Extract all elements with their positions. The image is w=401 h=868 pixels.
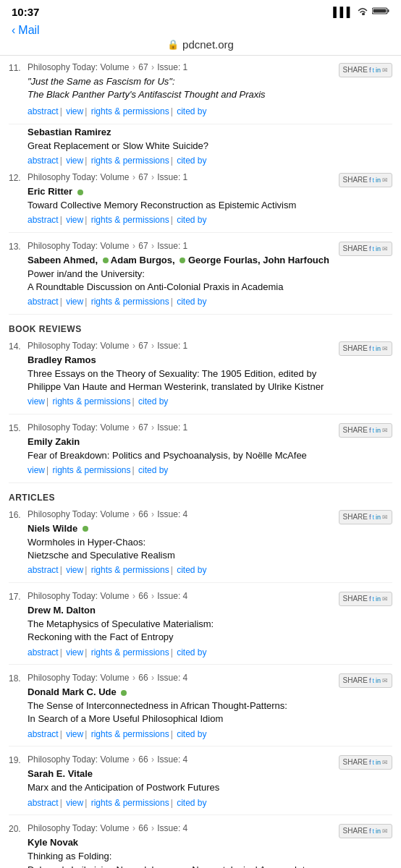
article-body: Philosophy Today: Volume › 67 › Issue: 1… <box>28 422 334 477</box>
article-meta: Philosophy Today: Volume › 67 › Issue: 1 <box>28 171 334 184</box>
cited-link[interactable]: cited by <box>138 465 168 475</box>
back-button[interactable]: ‹ Mail <box>12 24 40 37</box>
view-link[interactable]: view <box>66 215 83 225</box>
back-chevron-icon: ‹ <box>12 24 15 37</box>
linkedin-icon: in <box>376 758 381 767</box>
article-links[interactable]: abstract| view| rights & permissions| ci… <box>28 564 334 576</box>
view-link[interactable]: view <box>66 729 83 739</box>
article-body: Philosophy Today: Volume › 66 › Issue: 4… <box>28 672 334 740</box>
share-button[interactable]: SHARE f t in ✉ <box>339 61 393 118</box>
article-links[interactable]: view| rights & permissions| cited by <box>28 396 334 408</box>
view-link[interactable]: view <box>66 565 83 575</box>
view-link[interactable]: view <box>66 297 83 307</box>
article-meta: Philosophy Today: Volume › 66 › Issue: 4 <box>28 590 334 603</box>
cited-link[interactable]: cited by <box>177 156 206 166</box>
abstract-link[interactable]: abstract <box>28 215 59 225</box>
article-links[interactable]: abstract| view| rights & permissions| ci… <box>28 728 334 741</box>
share-button[interactable]: SHARE f t in ✉ <box>339 509 393 576</box>
cited-link[interactable]: cited by <box>138 396 168 407</box>
signal-icon: ▌▌▌ <box>333 7 353 17</box>
cited-link[interactable]: cited by <box>177 565 206 575</box>
abstract-link[interactable]: abstract <box>28 729 59 739</box>
abstract-link[interactable]: abstract <box>28 798 59 808</box>
article-links[interactable]: abstract| view| rights & permissions| ci… <box>28 106 334 118</box>
share-button[interactable]: SHARE f t in ✉ <box>339 590 393 658</box>
email-icon: ✉ <box>382 244 388 254</box>
article-item-19: 19. Philosophy Today: Volume › 66 › Issu… <box>9 754 392 815</box>
cited-link[interactable]: cited by <box>177 297 206 307</box>
article-item-11: 11. Philosophy Today: Volume › 67 › Issu… <box>9 61 392 124</box>
article-number: 11. <box>9 61 28 118</box>
nav-bar: ‹ Mail 🔒 pdcnet.org <box>0 21 401 56</box>
article-links[interactable]: abstract| view| rights & permissions| ci… <box>28 647 334 659</box>
article-author: Sebastian Ramirez <box>28 126 392 139</box>
twitter-icon: t <box>372 827 374 836</box>
facebook-icon: f <box>369 426 371 435</box>
share-label: SHARE <box>343 826 368 836</box>
abstract-link[interactable]: abstract <box>28 106 59 116</box>
article-links[interactable]: abstract| view| rights & permissions| ci… <box>28 296 334 308</box>
abstract-link[interactable]: abstract <box>28 156 59 166</box>
article-links[interactable]: view| rights & permissions| cited by <box>28 464 334 477</box>
abstract-link[interactable]: abstract <box>28 565 59 575</box>
article-author: Kyle Novak <box>28 836 334 849</box>
linkedin-icon: in <box>376 513 381 522</box>
article-body: Philosophy Today: Volume › 67 › Issue: 1… <box>28 61 334 118</box>
share-button[interactable]: SHARE f t in ✉ <box>339 171 393 226</box>
rights-link[interactable]: rights & permissions <box>52 396 130 407</box>
battery-icon <box>372 7 389 17</box>
abstract-link[interactable]: abstract <box>28 647 59 658</box>
article-title: The Sense of Interconnectedness in Afric… <box>28 699 334 726</box>
twitter-icon: t <box>372 513 374 522</box>
rights-link[interactable]: rights & permissions <box>91 106 169 116</box>
view-link[interactable]: view <box>66 156 83 166</box>
facebook-icon: f <box>369 244 371 254</box>
share-button[interactable]: SHARE f t in ✉ <box>339 340 393 408</box>
article-11-authortitle: Sebastian Ramirez Great Replacement or S… <box>28 126 392 167</box>
article-item-12: 12. Philosophy Today: Volume › 67 › Issu… <box>9 171 392 233</box>
twitter-icon: t <box>372 595 374 604</box>
twitter-icon: t <box>372 426 374 435</box>
article-body: Philosophy Today: Volume › 66 › Issue: 4… <box>28 822 334 868</box>
share-button[interactable]: SHARE f t in ✉ <box>339 672 393 740</box>
article-author: Emily Zakin <box>28 435 334 448</box>
section-articles: Articles <box>9 490 392 506</box>
share-icons: f t in ✉ <box>369 244 388 254</box>
cited-link[interactable]: cited by <box>177 647 206 658</box>
cited-link[interactable]: cited by <box>177 106 206 116</box>
view-link[interactable]: view <box>66 798 83 808</box>
view-link[interactable]: view <box>28 396 45 407</box>
article-body: Philosophy Today: Volume › 66 › Issue: 4… <box>28 754 334 809</box>
view-link[interactable]: view <box>28 465 45 475</box>
cited-link[interactable]: cited by <box>177 729 206 739</box>
article-item-15: 15. Philosophy Today: Volume › 67 › Issu… <box>9 422 392 483</box>
cited-link[interactable]: cited by <box>177 798 206 808</box>
article-number: 12. <box>9 171 28 226</box>
view-link[interactable]: view <box>66 647 83 658</box>
share-button[interactable]: SHARE f t in ✉ <box>339 422 393 477</box>
article-links[interactable]: abstract| view| rights & permissions| ci… <box>28 214 334 226</box>
share-label: SHARE <box>343 344 368 354</box>
share-button[interactable]: SHARE f t in ✉ <box>339 754 393 809</box>
article-links-2[interactable]: abstract| view| rights & permissions| ci… <box>28 155 392 167</box>
facebook-icon: f <box>369 827 371 836</box>
rights-link[interactable]: rights & permissions <box>91 729 169 739</box>
abstract-link[interactable]: abstract <box>28 297 59 307</box>
view-link[interactable]: view <box>66 106 83 116</box>
rights-link[interactable]: rights & permissions <box>91 297 169 307</box>
article-body: Philosophy Today: Volume › 66 › Issue: 4… <box>28 509 334 576</box>
site-title: pdcnet.org <box>182 38 234 51</box>
email-icon: ✉ <box>382 758 388 767</box>
share-button[interactable]: SHARE f t in ✉ <box>339 240 393 308</box>
article-meta: Philosophy Today: Volume › 67 › Issue: 1 <box>28 422 334 434</box>
rights-link[interactable]: rights & permissions <box>91 215 169 225</box>
rights-link[interactable]: rights & permissions <box>91 565 169 575</box>
rights-link[interactable]: rights & permissions <box>91 647 169 658</box>
article-links[interactable]: abstract| view| rights & permissions| ci… <box>28 797 334 809</box>
facebook-icon: f <box>369 595 371 604</box>
share-button[interactable]: SHARE f t in ✉ <box>339 822 393 868</box>
rights-link[interactable]: rights & permissions <box>52 465 130 475</box>
rights-link[interactable]: rights & permissions <box>91 156 169 166</box>
rights-link[interactable]: rights & permissions <box>91 798 169 808</box>
cited-link[interactable]: cited by <box>177 215 206 225</box>
